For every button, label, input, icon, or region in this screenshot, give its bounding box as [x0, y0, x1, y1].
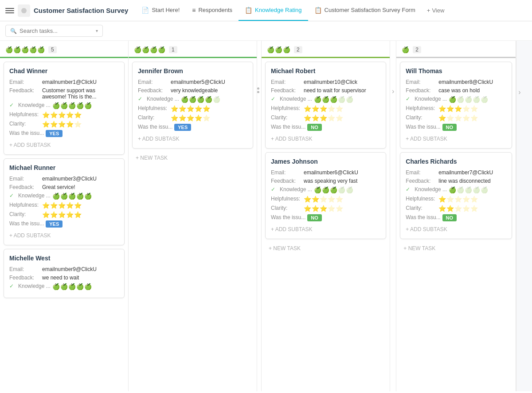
chad-email-row: Email: emailnumber1@ClickU [9, 79, 119, 85]
mrobert-clarity-rating: ⭐⭐⭐⭐⭐ [304, 114, 343, 122]
mrunner-check: ✓ [9, 193, 16, 199]
right-nav-arrow[interactable]: › [516, 87, 522, 97]
chad-helpfulness-row: Helpfulness: ⭐⭐⭐⭐⭐ [9, 111, 119, 118]
will-email-row: Email: emailnumber8@ClickU [406, 79, 506, 85]
charles-clarity-row: Clarity: ⭐⭐⭐⭐⭐ [406, 205, 506, 212]
chad-clarity-row: Clarity: ⭐⭐⭐⭐⭐ [9, 121, 119, 128]
will-issue-badge: NO [442, 124, 457, 131]
app-title: Customer Satisfaction Survey [34, 7, 128, 14]
col3-nav-arrow[interactable]: › [390, 87, 396, 95]
mrobert-helpfulness-row: Helpfulness: ⭐⭐⭐⭐⭐ [271, 105, 380, 112]
col3-header: 🍏🍏🍏 2 [262, 41, 390, 58]
task-name-will: Will Thomas [406, 67, 506, 75]
james-helpfulness-row: Helpfulness: ⭐⭐⭐⭐⭐ [271, 196, 380, 203]
col2-scroll: Jennifer Brown Email: emailnumber5@Click… [129, 58, 257, 391]
search-input[interactable] [20, 28, 86, 34]
column-3: 🍏🍏🍏 2 Michael Robert Email: emailnumber1… [262, 41, 390, 391]
will-issue-row: Was the issu... NO [406, 124, 506, 131]
tab-view[interactable]: + View [422, 7, 450, 14]
mrobert-check: ✓ [271, 96, 277, 102]
mrobert-knowledge-rating: 🍏🍏🍏🍏🍏 [314, 96, 353, 103]
charles-knowledge-rating: 🍏🍏🍏🍏🍏 [449, 186, 488, 193]
top-nav: Customer Satisfaction Survey 📄 Start Her… [0, 0, 532, 21]
mrunner-clarity-rating: ⭐⭐⭐⭐⭐ [42, 211, 82, 218]
will-knowledge-row: ✓ Knowledge ... 🍏🍏🍏🍏🍏 [406, 96, 506, 103]
col3-new-task[interactable]: + NEW TASK [265, 243, 386, 254]
col3-arrow-col: › [390, 41, 396, 391]
james-clarity-rating: ⭐⭐⭐⭐⭐ [304, 205, 343, 212]
charles-helpfulness-rating: ⭐⭐⭐⭐⭐ [438, 196, 478, 203]
col3-count: 2 [294, 46, 302, 53]
mrobert-knowledge-row: ✓ Knowledge ... 🍏🍏🍏🍏🍏 [271, 96, 380, 103]
james-add-subtask[interactable]: + ADD SUBTASK [271, 224, 380, 233]
start-icon: 📄 [141, 7, 149, 14]
jennifer-add-subtask[interactable]: + ADD SUBTASK [138, 133, 247, 143]
board-container: 🍏🍏🍏🍏🍏 5 Chad Winner Email: emailnumber1@… [0, 41, 532, 391]
chad-issue-badge: YES [46, 130, 63, 137]
task-card-chad: Chad Winner Email: emailnumber1@ClickU F… [4, 62, 125, 155]
col1-header: 🍏🍏🍏🍏🍏 5 [0, 41, 128, 58]
mrunner-issue-badge: YES [46, 220, 63, 228]
col4-new-task[interactable]: + NEW TASK [400, 243, 512, 254]
tab-respondents[interactable]: ≡ Respondents [186, 0, 239, 21]
will-add-subtask[interactable]: + ADD SUBTASK [406, 133, 506, 143]
task-name-charles: Charles Richards [406, 158, 506, 165]
col3-scroll: Michael Robert Email: emailnumber10@Clic… [262, 58, 390, 391]
respondents-icon: ≡ [192, 7, 196, 14]
chad-add-subtask[interactable]: + ADD SUBTASK [9, 139, 119, 149]
chad-issue-row: Was the issu... YES [9, 130, 119, 137]
charles-email-row: Email: emailnumber7@ClickU [406, 169, 506, 176]
chad-clarity-rating: ⭐⭐⭐⭐⭐ [42, 121, 82, 128]
james-feedback-row: Feedback: was speaking very fast [271, 178, 380, 184]
mrobert-add-subtask[interactable]: + ADD SUBTASK [271, 133, 380, 143]
charles-issue-badge: NO [442, 214, 457, 221]
jennifer-email-row: Email: emailnumber5@ClickU [138, 79, 247, 85]
james-issue-row: Was the issu... NO [271, 214, 380, 221]
search-icon: 🔍 [10, 28, 17, 34]
charles-issue-row: Was the issu... NO [406, 214, 506, 221]
search-input-wrap[interactable]: 🔍 ▾ [5, 25, 103, 37]
james-issue-badge: NO [307, 214, 322, 221]
tab-form[interactable]: 📋 Customer Satisfaction Survey Form [308, 0, 422, 21]
jennifer-check: ✓ [138, 96, 144, 102]
col4-count: 2 [413, 46, 421, 53]
form-icon: 📋 [314, 7, 322, 14]
jennifer-clarity-rating: ⭐⭐⭐⭐⭐ [171, 114, 210, 122]
jennifer-issue-row: Was the issu... YES [138, 124, 247, 131]
col2-count: 1 [169, 46, 177, 53]
tab-knowledge[interactable]: 📋 Knowledge Rating [239, 0, 308, 21]
mrobert-issue-row: Was the issu... NO [271, 124, 380, 131]
jennifer-knowledge-rating: 🍏🍏🍏🍏🍏 [181, 96, 220, 103]
michelle-feedback-row: Feedback: we need to wait [9, 275, 119, 281]
chad-knowledge-row: ✓ Knowledge ... 🍏🍏🍏🍏🍏 [9, 102, 119, 109]
mrunner-add-subtask[interactable]: + ADD SUBTASK [9, 230, 119, 240]
mrobert-feedback-row: Feedback: need to wait for supervisor [271, 87, 380, 94]
col2-new-task[interactable]: + NEW TASK [132, 152, 253, 164]
charles-clarity-rating: ⭐⭐⭐⭐⭐ [438, 205, 478, 212]
col2-header: 🍏🍏🍏🍏 1 [129, 41, 257, 58]
col4-emojis: 🍏 [402, 46, 409, 53]
mrunner-knowledge-rating: 🍏🍏🍏🍏🍏 [52, 193, 92, 200]
james-knowledge-rating: 🍏🍏🍏🍏🍏 [314, 186, 353, 193]
nav-tabs: 📄 Start Here! ≡ Respondents 📋 Knowledge … [135, 0, 450, 21]
task-card-jennifer: Jennifer Brown Email: emailnumber5@Click… [132, 62, 253, 149]
hamburger-menu[interactable] [5, 6, 14, 15]
task-name-michael-runner: Michael Runner [9, 164, 119, 171]
mrunner-helpfulness-row: Helpfulness: ⭐⭐⭐⭐⭐ [9, 202, 119, 209]
search-dropdown-icon[interactable]: ▾ [96, 28, 98, 33]
mrobert-clarity-row: Clarity: ⭐⭐⭐⭐⭐ [271, 114, 380, 122]
mrobert-email-row: Email: emailnumber10@Click [271, 79, 380, 85]
will-clarity-rating: ⭐⭐⭐⭐⭐ [438, 114, 478, 122]
charles-add-subtask[interactable]: + ADD SUBTASK [406, 224, 506, 233]
task-card-will: Will Thomas Email: emailnumber8@ClickU F… [400, 62, 512, 149]
col1-scroll: Chad Winner Email: emailnumber1@ClickU F… [0, 58, 128, 391]
michelle-check: ✓ [9, 283, 16, 289]
mrunner-knowledge-row: ✓ Knowledge ... 🍏🍏🍏🍏🍏 [9, 193, 119, 200]
jennifer-helpfulness-rating: ⭐⭐⭐⭐⭐ [171, 105, 210, 112]
col2-arrow-col [257, 41, 262, 391]
task-name-james: James Johnson [271, 158, 380, 165]
charles-knowledge-row: ✓ Knowledge ... 🍏🍏🍏🍏🍏 [406, 186, 506, 193]
tab-start[interactable]: 📄 Start Here! [135, 0, 186, 21]
chad-knowledge-rating: 🍏🍏🍏🍏🍏 [52, 102, 92, 109]
will-helpfulness-rating: ⭐⭐⭐⭐⭐ [438, 105, 478, 112]
